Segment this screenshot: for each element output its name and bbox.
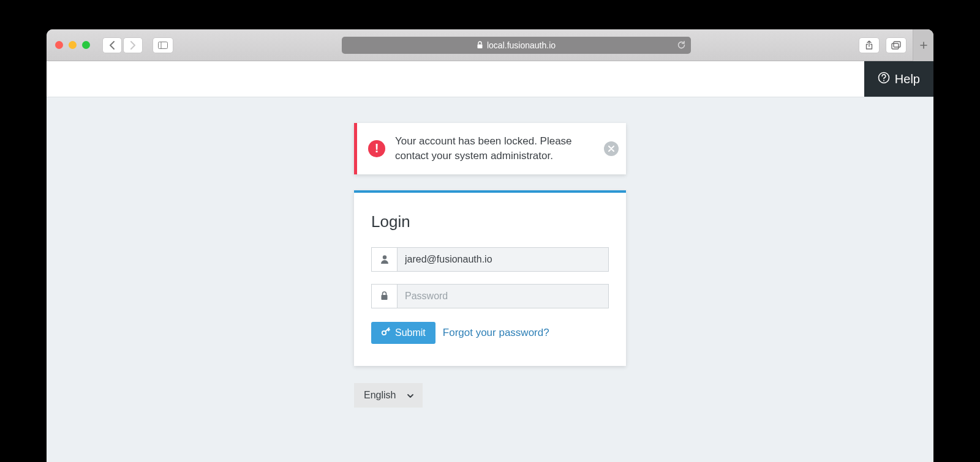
password-field[interactable] — [397, 284, 609, 308]
email-input-group — [371, 247, 609, 272]
svg-rect-8 — [382, 295, 388, 300]
traffic-lights — [55, 41, 90, 49]
address-bar[interactable]: local.fusionauth.io — [342, 37, 691, 54]
key-icon — [381, 327, 390, 338]
help-button[interactable]: Help — [864, 61, 933, 97]
back-button[interactable] — [102, 37, 122, 53]
new-tab-button[interactable] — [913, 29, 933, 61]
window-minimize-button[interactable] — [69, 41, 77, 49]
alert-icon: ! — [368, 140, 385, 157]
svg-rect-2 — [477, 45, 482, 49]
submit-button[interactable]: Submit — [371, 322, 435, 344]
svg-rect-4 — [894, 42, 900, 47]
email-field[interactable] — [397, 247, 609, 272]
password-input-group — [371, 284, 609, 308]
login-title: Login — [371, 212, 609, 231]
chrome-right-controls — [859, 29, 925, 61]
reload-icon[interactable] — [677, 40, 686, 50]
help-label: Help — [895, 72, 920, 86]
forward-button[interactable] — [123, 37, 143, 53]
language-selected: English — [364, 390, 396, 401]
address-bar-container: local.fusionauth.io — [181, 37, 851, 54]
lock-icon — [371, 284, 397, 308]
svg-point-6 — [883, 80, 884, 81]
svg-rect-3 — [892, 43, 899, 49]
page-content: ! Your account has been locked. Please c… — [47, 97, 933, 408]
error-alert: ! Your account has been locked. Please c… — [354, 123, 626, 174]
svg-rect-0 — [159, 42, 168, 48]
svg-point-7 — [382, 255, 386, 259]
address-text: local.fusionauth.io — [487, 40, 556, 50]
alert-close-button[interactable] — [604, 141, 619, 156]
tabs-button[interactable] — [886, 37, 907, 53]
browser-chrome: local.fusionauth.io — [47, 29, 933, 61]
share-button[interactable] — [859, 37, 880, 53]
submit-label: Submit — [395, 327, 426, 338]
login-actions: Submit Forgot your password? — [371, 322, 609, 344]
forgot-password-link[interactable]: Forgot your password? — [443, 327, 549, 339]
alert-message: Your account has been locked. Please con… — [395, 134, 599, 163]
page-header: Help — [47, 61, 933, 97]
login-card: Login Submit Fo — [354, 190, 626, 366]
window-close-button[interactable] — [55, 41, 63, 49]
language-selector[interactable]: English — [354, 383, 423, 408]
sidebar-toggle-button[interactable] — [153, 37, 173, 53]
lock-icon — [477, 41, 483, 49]
help-icon — [878, 72, 890, 87]
nav-buttons — [102, 37, 143, 53]
browser-window: local.fusionauth.io Help — [47, 29, 933, 462]
user-icon — [371, 247, 397, 272]
window-zoom-button[interactable] — [82, 41, 90, 49]
chevron-down-icon — [407, 390, 414, 401]
